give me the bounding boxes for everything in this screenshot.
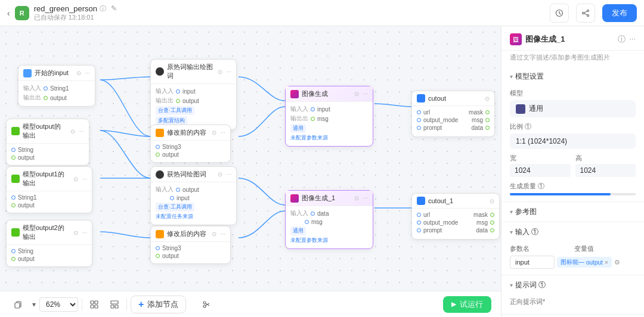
section-prompt-title: 提示词 ① <box>515 280 546 290</box>
param-value-header: 变量值 <box>574 244 636 253</box>
node-more-icon7[interactable]: ··· <box>227 171 231 178</box>
node-settings-icon8[interactable]: ⊙ <box>212 231 216 237</box>
node-settings-icon6[interactable]: ⊙ <box>212 129 216 136</box>
node-more-icon10[interactable]: ··· <box>363 195 368 201</box>
node-more-icon4[interactable]: ··· <box>82 229 87 236</box>
back-button[interactable]: ‹ <box>7 8 10 18</box>
node-settings-icon2[interactable]: ⊙ <box>70 128 75 135</box>
panel-node-icon: 🖼 <box>510 33 522 45</box>
svg-rect-4 <box>15 303 20 308</box>
section-model-title: 模型设置 <box>515 72 544 82</box>
layout-btn[interactable] <box>106 296 123 313</box>
toolbar-left: ▾ 62% 100% 75% 50% + 添加节点 <box>10 296 186 313</box>
input-settings-icon[interactable]: ⚙ <box>614 259 620 266</box>
scissors-btn[interactable] <box>198 296 215 313</box>
info-icon: ⓘ <box>100 4 106 13</box>
connected-text: 图标能— <box>561 258 584 266</box>
node-hotword-out[interactable]: 原热词输出绘图词 ⊙ ··· 输入入input 输出出output 台查·工具调… <box>150 59 237 130</box>
header-right: 发布 <box>550 4 637 23</box>
chevron-icon4: ▾ <box>510 282 513 288</box>
ratio-box[interactable]: 1:1 (1024*1024) <box>510 133 636 149</box>
node-settings-icon5[interactable]: ⊙ <box>218 69 222 75</box>
app-title: red_green_person <box>34 4 97 13</box>
node-more-icon3[interactable]: ··· <box>82 176 87 182</box>
history-button[interactable] <box>550 4 569 23</box>
input-param-field[interactable] <box>510 256 555 269</box>
section-ref: ▾ 参考图 <box>501 202 644 222</box>
svg-point-1 <box>587 10 589 11</box>
node-more-icon8[interactable]: ··· <box>221 231 225 237</box>
node-settings-icon7[interactable]: ⊙ <box>218 171 222 178</box>
node-image-gen[interactable]: 图像生成 ⊙ ··· 输入入input 输出出msg 通用 未配置参数来源 <box>285 86 373 147</box>
node-start-input[interactable]: 开始的input ⊙ ··· 输入入String1 输出出output <box>18 65 95 107</box>
input-field-row: 图标能— output × ⚙ <box>510 256 636 269</box>
section-ref-header[interactable]: ▾ 参考图 <box>501 202 644 222</box>
section-input-header[interactable]: ▾ 输入 ① <box>501 222 644 242</box>
wh-row: 宽 1024 高 1024 <box>510 154 636 177</box>
panel-header: 🖼 图像生成_1 ⓘ ··· <box>501 26 644 51</box>
node-image-gen1[interactable]: 图像生成_1 ⊙ ··· 输入入data msg 通用 未配置参数来源 <box>285 190 373 249</box>
right-panel: 🖼 图像生成_1 ⓘ ··· 通过文字描述/添加参考图生成图片 ▾ 模型设置 模… <box>501 26 644 317</box>
disconnect-button[interactable]: × <box>605 259 608 266</box>
share-button[interactable] <box>576 4 595 23</box>
section-model-header[interactable]: ▾ 模型设置 <box>501 67 644 86</box>
node-settings-icon[interactable]: ⊙ <box>76 70 81 76</box>
chevron-icon3: ▾ <box>510 229 513 235</box>
header-title-group: red_green_person ⓘ ✎ 已自动保存 13:18:01 <box>34 4 117 22</box>
node-hotword-in[interactable]: 获热词绘图词 ⊙ ··· 输入入output input 台查·工具调用 未配置… <box>150 166 237 225</box>
svg-point-12 <box>203 302 206 304</box>
node-more-icon2[interactable]: ··· <box>79 128 84 135</box>
ratio-label: 比例 ① <box>510 122 636 131</box>
zoom-down-btn[interactable]: ▾ <box>30 299 38 310</box>
panel-subtitle: 通过文字描述/添加参考图生成图片 <box>501 51 644 67</box>
model-value-box[interactable]: 通用 <box>510 100 636 117</box>
node-cutout1[interactable]: cutout_1 ⊙ url output_mode prompt mask m… <box>411 193 500 240</box>
fit-view-btn[interactable] <box>86 296 103 313</box>
node-modify-before[interactable]: 修改前的内容 ⊙ ··· String3 output <box>150 125 231 163</box>
svg-point-13 <box>203 305 206 307</box>
run-label: 试运行 <box>460 299 483 310</box>
model-value: 通用 <box>529 104 543 114</box>
svg-rect-8 <box>95 305 98 308</box>
svg-rect-10 <box>111 305 114 308</box>
app-icon: R <box>15 6 29 20</box>
panel-info-icon[interactable]: ⓘ <box>618 34 626 45</box>
plus-icon: + <box>138 299 144 310</box>
header: ‹ R red_green_person ⓘ ✎ 已自动保存 13:18:01 … <box>0 0 644 26</box>
node-cutout[interactable]: cutout ⊙ url output_mode prompt mask msg… <box>411 91 495 137</box>
add-node-button[interactable]: + 添加节点 <box>131 296 186 313</box>
positive-prompt-label: 正向提示词* <box>510 297 636 306</box>
node-model-output[interactable]: 模型output的输出 ⊙ ··· String output <box>6 119 89 166</box>
node-model-output1[interactable]: 模型output1的输出 ⊙ ··· String1 output <box>6 166 92 213</box>
copy-icon-btn[interactable] <box>10 296 26 313</box>
panel-more-icon[interactable]: ··· <box>629 34 636 45</box>
edit-icon[interactable]: ✎ <box>111 4 117 13</box>
height-label: 高 <box>575 154 636 163</box>
node-more-icon6[interactable]: ··· <box>221 129 225 136</box>
param-name-header: 参数名 <box>510 244 572 253</box>
node-model-output2[interactable]: 模型output2的输出 ⊙ ··· String output <box>6 220 92 267</box>
node-settings-icon10[interactable]: ⊙ <box>354 195 359 201</box>
canvas-area[interactable]: 开始的input ⊙ ··· 输入入String1 输出出output 模型ou… <box>0 26 501 291</box>
height-input[interactable]: 1024 <box>575 164 636 177</box>
input-params-header: 参数名 变量值 <box>510 244 636 253</box>
node-more-icon[interactable]: ··· <box>85 70 90 76</box>
node-modify-after[interactable]: 修改后的内容 ⊙ ··· String3 output <box>150 226 231 264</box>
node-settings-icon9[interactable]: ⊙ <box>354 91 359 97</box>
section-input-title: 输入 ① <box>515 227 538 237</box>
node-settings-icon12[interactable]: ⊙ <box>490 198 494 204</box>
node-more-icon9[interactable]: ··· <box>363 91 368 97</box>
svg-rect-5 <box>91 301 94 304</box>
node-settings-icon11[interactable]: ⊙ <box>485 95 490 102</box>
section-prompt-header[interactable]: ▾ 提示词 ① <box>501 275 644 295</box>
width-input[interactable]: 1024 <box>510 164 571 177</box>
run-button[interactable]: ▶ 试运行 <box>443 296 491 313</box>
node-settings-icon4[interactable]: ⊙ <box>73 229 78 236</box>
zoom-select[interactable]: 62% 100% 75% 50% <box>39 297 78 312</box>
node-more-icon5[interactable]: ··· <box>227 69 231 75</box>
section-input: ▾ 输入 ① 参数名 变量值 图标能— output × ⚙ <box>501 222 644 275</box>
publish-button[interactable]: 发布 <box>602 4 637 22</box>
node-settings-icon3[interactable]: ⊙ <box>73 176 78 182</box>
quality-fill <box>510 193 611 195</box>
run-icon: ▶ <box>451 300 456 308</box>
